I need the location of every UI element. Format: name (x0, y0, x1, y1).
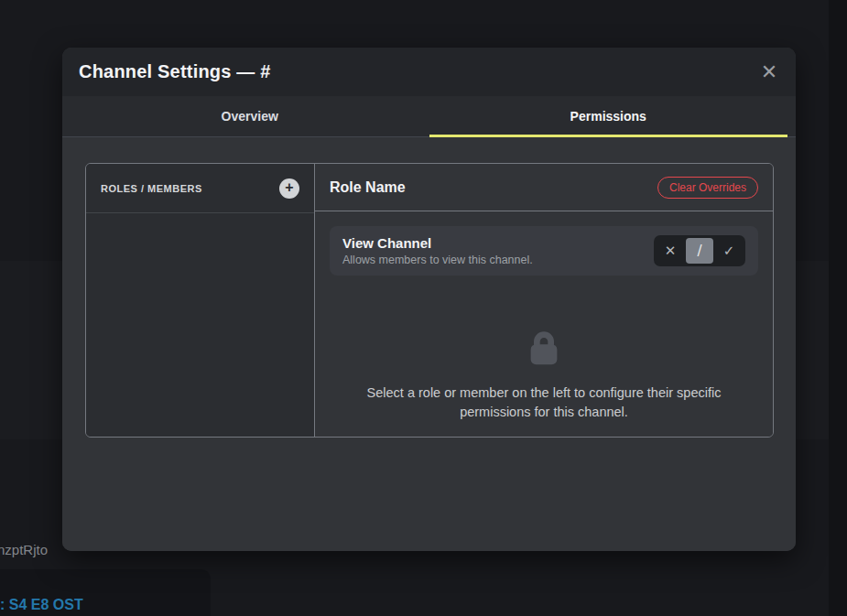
close-icon[interactable]: ✕ (755, 59, 783, 86)
permission-row-view-channel: View Channel Allows members to view this… (330, 226, 758, 276)
role-permissions-panel: Role Name Clear Overrides View Channel A… (315, 164, 773, 437)
roles-members-label: ROLES / MEMBERS (101, 183, 202, 194)
role-permissions-header: Role Name Clear Overrides (315, 164, 773, 211)
permission-toggle-group: ✕ / ✓ (654, 235, 745, 266)
tab-overview[interactable]: Overview (71, 96, 429, 136)
background-link[interactable]: : S4 E8 OST (0, 597, 83, 613)
deny-icon[interactable]: ✕ (657, 238, 684, 264)
tab-bar: Overview Permissions (62, 96, 796, 137)
roles-members-header: ROLES / MEMBERS + (86, 164, 314, 213)
role-name-title: Role Name (330, 179, 406, 196)
channel-settings-modal: Channel Settings — # ✕ Overview Permissi… (62, 48, 796, 551)
permission-description: Allows members to view this channel. (342, 254, 533, 266)
roles-members-panel: ROLES / MEMBERS + (86, 164, 315, 437)
modal-header: Channel Settings — # ✕ (62, 48, 796, 96)
lock-icon (523, 327, 565, 369)
allow-icon[interactable]: ✓ (715, 238, 743, 264)
empty-state: Select a role or member on the left to c… (315, 290, 773, 437)
modal-content: ROLES / MEMBERS + Role Name Clear Overri… (62, 137, 796, 551)
neutral-icon[interactable]: / (686, 238, 713, 264)
background-partial-text: nzptRjto (0, 542, 48, 557)
permissions-panels: ROLES / MEMBERS + Role Name Clear Overri… (85, 163, 774, 438)
background-right-strip (829, 0, 847, 616)
add-role-icon[interactable]: + (279, 178, 299, 199)
clear-overrides-button[interactable]: Clear Overrides (657, 177, 758, 199)
tab-permissions[interactable]: Permissions (429, 96, 788, 136)
permission-name: View Channel (342, 235, 533, 251)
empty-state-message: Select a role or member on the left to c… (336, 384, 753, 422)
roles-members-list[interactable] (86, 213, 314, 437)
permission-text: View Channel Allows members to view this… (342, 235, 533, 266)
modal-title: Channel Settings — # (79, 61, 271, 82)
